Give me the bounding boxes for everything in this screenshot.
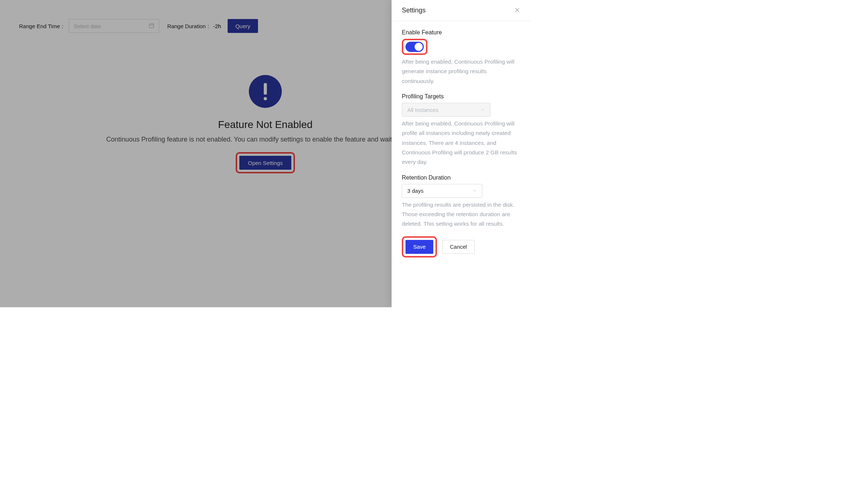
save-button[interactable]: Save [405,240,433,254]
select-value: 3 days [407,188,423,194]
retention-select[interactable]: 3 days [402,184,482,198]
select-value: All Instances [407,107,438,113]
highlight-save: Save [402,236,437,257]
drawer-body: Enable Feature After being enabled, Cont… [392,21,531,268]
drawer-header: Settings [392,0,531,21]
profiling-targets-select[interactable]: All Instances [402,103,490,117]
settings-drawer: Settings Enable Feature After being enab… [392,0,531,307]
retention-help: The profiling results are persisted in t… [402,200,520,229]
retention-section: Retention Duration 3 days The profiling … [402,174,520,229]
retention-label: Retention Duration [402,174,520,181]
drawer-footer-actions: Save Cancel [402,236,520,257]
enable-feature-toggle[interactable] [405,42,424,52]
chevron-down-icon [481,107,485,113]
enable-feature-help: After being enabled, Continuous Profilin… [402,57,520,86]
toggle-knob [415,43,423,51]
chevron-down-icon [472,188,477,194]
enable-feature-section: Enable Feature After being enabled, Cont… [402,29,520,86]
highlight-enable-toggle [402,39,427,55]
profiling-targets-label: Profiling Targets [402,93,520,100]
profiling-targets-help: After being enabled, Continuous Profilin… [402,119,520,167]
close-icon[interactable] [514,7,520,14]
drawer-title: Settings [402,7,426,14]
cancel-button[interactable]: Cancel [442,240,475,254]
enable-feature-label: Enable Feature [402,29,520,36]
profiling-targets-section: Profiling Targets All Instances After be… [402,93,520,167]
